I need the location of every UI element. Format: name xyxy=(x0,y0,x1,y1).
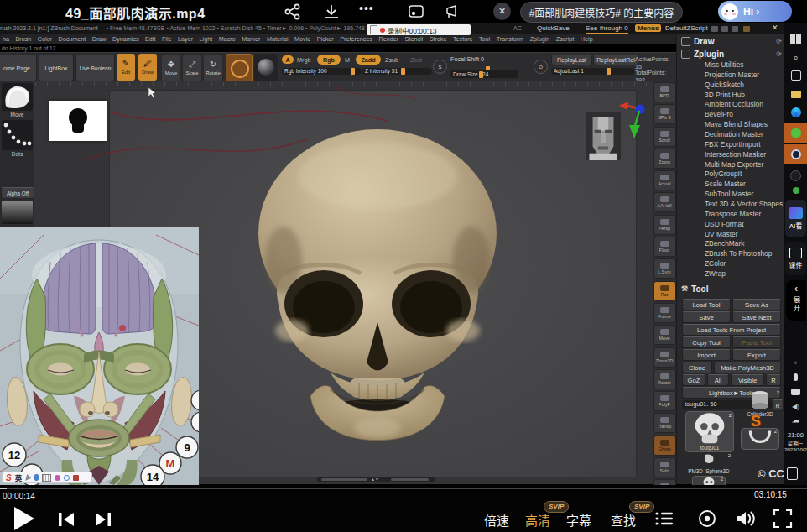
menu-item[interactable]: Stencil xyxy=(405,35,424,43)
ime-lang-mode[interactable]: 英 xyxy=(15,472,23,482)
shelf-button[interactable]: Ghost xyxy=(653,436,676,456)
more-options-icon[interactable]: ••• xyxy=(359,2,374,15)
ai-assistant-button[interactable]: Hi › xyxy=(718,1,792,22)
menu-item[interactable]: Dynamics xyxy=(112,35,139,43)
a-toggle[interactable]: A xyxy=(282,55,294,64)
zplugin-menu-item[interactable]: UV Master xyxy=(677,230,785,240)
ime-pen-icon[interactable] xyxy=(25,474,31,481)
screenshot-icon[interactable] xyxy=(407,3,425,20)
topic-search-pill[interactable]: #面部肌肉建模技巧# 的主要内容 xyxy=(520,2,683,23)
zplugin-menu-item[interactable]: 3D Print Hub xyxy=(677,91,785,101)
current-stroke-thumbnail[interactable] xyxy=(2,120,33,150)
courseware-badge[interactable]: 课件 xyxy=(785,242,806,275)
import-button[interactable]: Import xyxy=(682,349,731,361)
fullscreen-icon[interactable] xyxy=(773,509,793,529)
zplugin-palette-header[interactable]: Zplugin ⟳ xyxy=(677,48,785,60)
shelf-button[interactable]: Move xyxy=(653,325,676,345)
shelf-button[interactable]: SPix 3 xyxy=(653,104,676,124)
find-button[interactable]: 查找 xyxy=(611,511,636,529)
zplugin-menu-item[interactable]: Intersection Masker xyxy=(677,150,785,160)
copy-tool-button[interactable]: Copy Tool xyxy=(682,336,731,348)
zplugin-menu-item[interactable]: Scale Master xyxy=(677,180,785,190)
taskbar-search-button[interactable]: ⌕ xyxy=(784,50,807,64)
zplugin-menu-item[interactable]: FBX ExportImport xyxy=(677,140,785,150)
goz-all-button[interactable]: All xyxy=(707,374,729,386)
edge-button[interactable] xyxy=(784,106,807,119)
load-tool-button[interactable]: Load Tool xyxy=(682,299,731,310)
default-zscript-button[interactable]: DefaultZScript xyxy=(665,24,708,32)
zsub-toggle[interactable]: Zsub xyxy=(385,56,398,64)
ime-toolbar[interactable]: S 英 xyxy=(2,472,92,483)
mrgb-toggle[interactable]: Mrgb xyxy=(297,56,310,64)
edit-button[interactable]: ✎Edit xyxy=(117,54,135,81)
menu-item[interactable]: Movie xyxy=(294,35,310,43)
shelf-button[interactable]: Transp xyxy=(653,413,676,433)
zplugin-restore-icon[interactable]: ⟳ xyxy=(776,50,782,58)
adjust-last-slider[interactable]: AdjustLast 1 xyxy=(551,68,634,75)
save-as-button[interactable]: Save As xyxy=(732,299,781,310)
zbrush-close-button[interactable]: ✕ xyxy=(772,23,778,32)
shelf-button[interactable]: Floor xyxy=(653,237,676,257)
recorder-tray-button[interactable] xyxy=(784,168,807,183)
danmaku-toggle-icon[interactable] xyxy=(443,3,461,20)
menu-item[interactable]: Texture xyxy=(453,35,473,43)
alpha-off-button[interactable]: Alpha Off xyxy=(1,187,34,199)
playlist-icon[interactable] xyxy=(654,510,674,527)
shelf-button[interactable]: Scroll xyxy=(653,127,676,147)
menu-item[interactable]: Material xyxy=(267,35,289,43)
shelf-button[interactable]: Actual xyxy=(653,170,676,190)
wechat-button[interactable] xyxy=(784,123,807,143)
menu-item[interactable]: Layer xyxy=(178,35,193,43)
speed-button[interactable]: 倍速 xyxy=(484,511,509,529)
titlebar-misc-icon-3[interactable] xyxy=(732,26,738,32)
move-button[interactable]: ✥Move xyxy=(161,54,181,82)
z-intensity-slider[interactable]: Z Intensity 51 xyxy=(362,68,432,75)
export-button[interactable]: Export xyxy=(732,349,781,361)
axis-gizmo[interactable] xyxy=(617,99,646,141)
tray-camera-button[interactable] xyxy=(784,386,807,398)
volume-icon[interactable] xyxy=(735,509,757,529)
zplugin-menu-item[interactable]: PolyGroupIt xyxy=(677,170,785,180)
shelf-button[interactable]: Solo xyxy=(653,457,676,477)
current-brush-thumbnail[interactable] xyxy=(2,83,33,111)
previous-button[interactable] xyxy=(57,511,75,528)
menu-item[interactable]: Transform xyxy=(497,35,523,43)
zplugin-menu-item[interactable]: Multi Map Exporter xyxy=(677,160,785,170)
brush-preview[interactable] xyxy=(226,54,253,82)
menu-item[interactable]: Zscript xyxy=(556,35,575,43)
alpha-preview-box[interactable] xyxy=(49,101,107,141)
zplugin-menu-item[interactable]: Maya Blend Shapes xyxy=(677,120,785,130)
task-view-button[interactable] xyxy=(784,69,807,82)
menu-item[interactable]: Render xyxy=(379,35,399,43)
shelf-button[interactable]: Zoom3D xyxy=(653,347,676,368)
goz-visible-button[interactable]: Visible xyxy=(731,374,764,386)
ime-toolbox-icon[interactable] xyxy=(73,475,79,481)
z-intensity-knob[interactable] xyxy=(401,68,405,75)
tray-mic-button[interactable] xyxy=(784,371,807,383)
menu-item[interactable]: Macro xyxy=(219,35,236,43)
menu-item[interactable]: File xyxy=(162,35,172,43)
rgb-toggle[interactable]: Rgb xyxy=(317,55,341,65)
zcut-toggle[interactable]: Zcut xyxy=(410,56,422,64)
menus-toggle-button[interactable]: Menus xyxy=(635,24,661,32)
shelf-button[interactable]: PolyF xyxy=(653,391,676,411)
camera-orientation-thumbnail[interactable] xyxy=(586,112,621,160)
m-toggle[interactable]: M xyxy=(345,56,350,64)
lightbox-button[interactable]: LightBox xyxy=(39,55,74,81)
paste-tool-button[interactable]: Paste Tool xyxy=(732,336,781,348)
ai-viewer-badge[interactable]: AI看 xyxy=(785,200,806,237)
draw-palette-header[interactable]: Draw ⟳ xyxy=(677,35,785,47)
focal-shift-label[interactable]: Focal Shift 0 xyxy=(450,55,484,63)
menu-item[interactable]: Picker xyxy=(317,35,334,43)
menu-item[interactable]: Edit xyxy=(145,35,155,43)
next-button[interactable] xyxy=(94,511,112,528)
make-polymesh3d-button[interactable]: Make PolyMesh3D xyxy=(714,362,781,373)
rotate-button[interactable]: ↻Rotate xyxy=(203,54,223,82)
material-sphere[interactable] xyxy=(254,54,278,81)
alpha-knob[interactable]: O xyxy=(534,60,548,74)
zplugin-menu-item[interactable]: BevelPro xyxy=(677,110,785,120)
shelf-button[interactable]: Zoom xyxy=(653,149,676,169)
zplugin-menu-item[interactable]: SubTool Master xyxy=(677,190,785,200)
ime-mic-icon[interactable] xyxy=(34,474,39,481)
zplugin-menu-item[interactable]: Transpose Master xyxy=(677,210,785,220)
